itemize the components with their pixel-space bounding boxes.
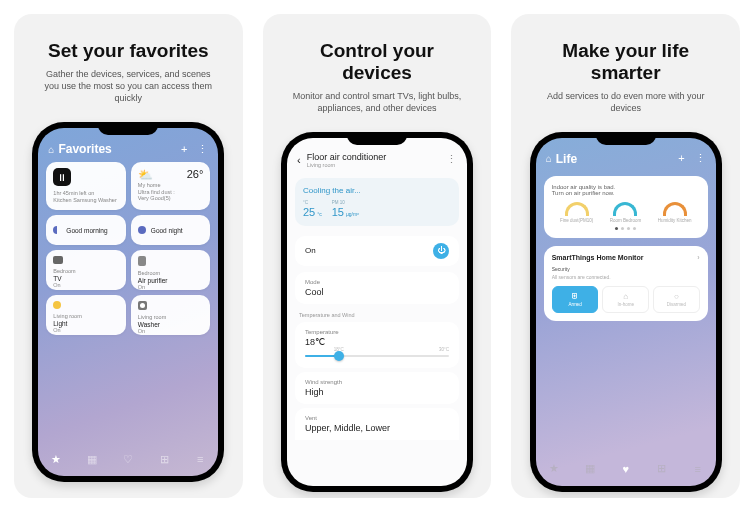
app-store-panel-life: Make your life smarter Add services to d… <box>511 14 740 498</box>
unlock-icon: ○ <box>674 292 679 301</box>
bulb-icon <box>53 301 61 309</box>
home-shield-icon: ⌂ <box>623 292 628 301</box>
washer-icon <box>138 301 147 310</box>
device-light[interactable]: Living room Light On <box>46 295 126 335</box>
nav-automation-icon[interactable]: ⊞ <box>157 452 171 466</box>
weather-temp: 26° <box>187 168 204 180</box>
weather-detail: Ultra find dust : Very Good(5) <box>138 189 187 202</box>
phone-frame: ‹ Floor air conditioner Living room ⋮ Co… <box>281 132 473 492</box>
security-label: Security <box>552 266 700 272</box>
weather-place: My home <box>138 182 187 189</box>
purifier-icon <box>138 256 146 266</box>
vent-value: Upper, Middle, Lower <box>305 423 449 433</box>
panel-subtitle: Monitor and control smart TVs, light bul… <box>287 90 467 114</box>
add-icon[interactable]: + <box>181 143 187 156</box>
device-washer[interactable]: Living room Washer On <box>131 295 211 335</box>
panel-title: Make your life smarter <box>551 40 701 84</box>
tv-icon <box>53 256 63 264</box>
back-icon[interactable]: ‹ <box>297 154 301 166</box>
status-card: Cooling the air... °C25 °c PM 1015 μg/m³ <box>295 178 459 226</box>
phone-frame: ⌂ Life + ⋮ Indoor air quality is bad. Tu… <box>530 132 722 492</box>
in-home-button[interactable]: ⌂In-home <box>602 286 649 313</box>
nav-life-icon[interactable]: ♥ <box>619 462 633 476</box>
wind-value: High <box>305 387 449 397</box>
pause-icon: ⏸ <box>53 168 71 186</box>
mode-setting[interactable]: Mode Cool <box>295 272 459 304</box>
temperature-slider[interactable]: 18°C 30°C <box>305 351 449 361</box>
screen-title: Favorites <box>58 142 111 156</box>
power-label: On <box>305 246 316 255</box>
screen-title: Life <box>556 152 577 166</box>
device-purifier[interactable]: Bedroom Air purifier On <box>131 250 211 290</box>
nav-life-icon[interactable]: ♡ <box>121 452 135 466</box>
screen-header: ⌂ Favorites + ⋮ <box>38 128 218 162</box>
nav-devices-icon[interactable]: ▦ <box>583 462 597 476</box>
section-label: Temperature and Wind <box>299 312 455 318</box>
weather-icon: ⛅ <box>138 168 187 182</box>
add-icon[interactable]: + <box>678 152 684 165</box>
nav-favorites-icon[interactable]: ★ <box>547 462 561 476</box>
nav-menu-icon[interactable]: ≡ <box>193 452 207 466</box>
washer-status: 1hr 45min left on <box>53 190 119 197</box>
bottom-nav: ★ ▦ ♡ ⊞ ≡ <box>38 444 218 476</box>
nav-menu-icon[interactable]: ≡ <box>691 462 705 476</box>
home-icon[interactable]: ⌂ <box>546 153 552 164</box>
app-store-panel-control: Control your devices Monitor and control… <box>263 14 492 498</box>
favorites-screen: ⌂ Favorites + ⋮ ⏸ 1hr 45min left on Kitc… <box>38 128 218 476</box>
air-quality-card[interactable]: Indoor air quality is bad. Turn on air p… <box>544 176 708 238</box>
home-icon[interactable]: ⌂ <box>48 144 54 155</box>
weather-card[interactable]: ⛅ My home Ultra find dust : Very Good(5)… <box>131 162 211 210</box>
screen-header: ⌂ Life + ⋮ <box>536 138 716 172</box>
nav-devices-icon[interactable]: ▦ <box>85 452 99 466</box>
device-title: Floor air conditioner <box>307 152 387 162</box>
nav-automation-icon[interactable]: ⊞ <box>655 462 669 476</box>
phone-frame: ⌂ Favorites + ⋮ ⏸ 1hr 45min left on Kitc… <box>32 122 224 482</box>
washer-name: Kitchen Samsung Washer <box>53 197 119 204</box>
home-monitor-card[interactable]: SmartThings Home Monitor › Security All … <box>544 246 708 321</box>
pm-reading: 15 <box>332 206 344 218</box>
gauge-icon <box>663 202 687 216</box>
panel-title: Control your devices <box>307 40 447 84</box>
mode-value: Cool <box>305 287 449 297</box>
device-room: Living room <box>307 162 387 168</box>
wind-setting[interactable]: Wind strength High <box>295 372 459 404</box>
more-icon[interactable]: ⋮ <box>197 143 208 156</box>
temp-value: 18℃ <box>305 337 449 347</box>
bottom-nav: ★ ▦ ♥ ⊞ ≡ <box>536 454 716 486</box>
cooling-status: Cooling the air... <box>303 186 451 195</box>
home-monitor-title: SmartThings Home Monitor <box>552 254 644 261</box>
vent-setting[interactable]: Vent Upper, Middle, Lower <box>295 408 459 440</box>
gauge-icon <box>565 202 589 216</box>
temp-reading: 25 <box>303 206 315 218</box>
disarmed-button[interactable]: ○Disarmed <box>653 286 700 313</box>
more-icon[interactable]: ⋮ <box>446 153 457 166</box>
moon-icon <box>138 226 146 234</box>
panel-title: Set your favorites <box>48 40 209 62</box>
temperature-setting[interactable]: Temperature 18℃ 18°C 30°C <box>295 322 459 368</box>
chevron-right-icon[interactable]: › <box>697 254 699 261</box>
gauge-icon <box>613 202 637 216</box>
aq-message-2: Turn on air purifier now. <box>552 190 615 196</box>
power-row[interactable]: On ⏻ <box>295 236 459 266</box>
sunrise-icon <box>53 226 61 234</box>
security-status: All sensors are connected. <box>552 274 700 280</box>
device-control-screen: ‹ Floor air conditioner Living room ⋮ Co… <box>287 138 467 486</box>
power-icon[interactable]: ⏻ <box>433 243 449 259</box>
scene-morning[interactable]: Good morning <box>46 215 126 245</box>
page-dots <box>552 227 700 230</box>
more-icon[interactable]: ⋮ <box>695 152 706 165</box>
scene-night[interactable]: Good night <box>131 215 211 245</box>
nav-favorites-icon[interactable]: ★ <box>49 452 63 466</box>
armed-button[interactable]: ⛨Armed <box>552 286 599 313</box>
life-screen: ⌂ Life + ⋮ Indoor air quality is bad. Tu… <box>536 138 716 486</box>
washer-card[interactable]: ⏸ 1hr 45min left on Kitchen Samsung Wash… <box>46 162 126 210</box>
app-store-panel-favorites: Set your favorites Gather the devices, s… <box>14 14 243 498</box>
device-tv[interactable]: Bedroom TV On <box>46 250 126 290</box>
panel-subtitle: Gather the devices, services, and scenes… <box>38 68 218 104</box>
panel-subtitle: Add services to do even more with your d… <box>536 90 716 114</box>
shield-icon: ⛨ <box>571 292 579 301</box>
